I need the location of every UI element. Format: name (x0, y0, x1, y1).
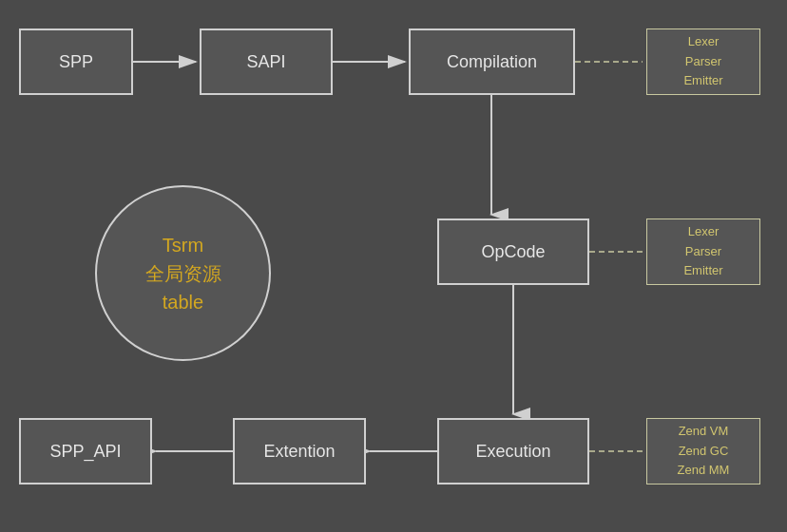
side1-line3: Emitter (683, 71, 722, 91)
side-box-2: Lexer Parser Emitter (646, 218, 760, 285)
execution-label: Execution (475, 442, 550, 462)
side2-line1: Lexer (688, 222, 720, 242)
side1-line1: Lexer (688, 32, 720, 52)
compilation-box: Compilation (409, 28, 575, 95)
tsrm-circle: Tsrm 全局资源 table (95, 185, 271, 361)
execution-box: Execution (437, 418, 589, 484)
side2-line3: Emitter (683, 261, 722, 281)
spp-api-box: SPP_API (19, 418, 152, 484)
opcode-label: OpCode (481, 242, 545, 262)
side-box-3: Zend VM Zend GC Zend MM (646, 418, 760, 484)
spp-box: SPP (19, 28, 133, 95)
side3-line1: Zend VM (679, 422, 729, 442)
extention-label: Extention (263, 442, 335, 462)
extention-box: Extention (233, 418, 366, 484)
spp-api-label: SPP_API (49, 442, 121, 462)
sapi-label: SAPI (246, 52, 285, 72)
spp-label: SPP (59, 52, 93, 72)
tsrm-line3: table (163, 288, 203, 316)
side1-line2: Parser (685, 52, 721, 72)
tsrm-line2: 全局资源 (145, 259, 221, 288)
sapi-box: SAPI (200, 28, 333, 95)
compilation-label: Compilation (447, 52, 537, 72)
diagram: SPP SAPI Compilation OpCode Execution Ex… (0, 0, 787, 532)
side3-line2: Zend GC (679, 442, 729, 462)
side2-line2: Parser (685, 242, 721, 262)
opcode-box: OpCode (437, 218, 589, 285)
side3-line3: Zend MM (678, 461, 730, 481)
side-box-1: Lexer Parser Emitter (646, 28, 760, 95)
tsrm-line1: Tsrm (163, 231, 203, 259)
